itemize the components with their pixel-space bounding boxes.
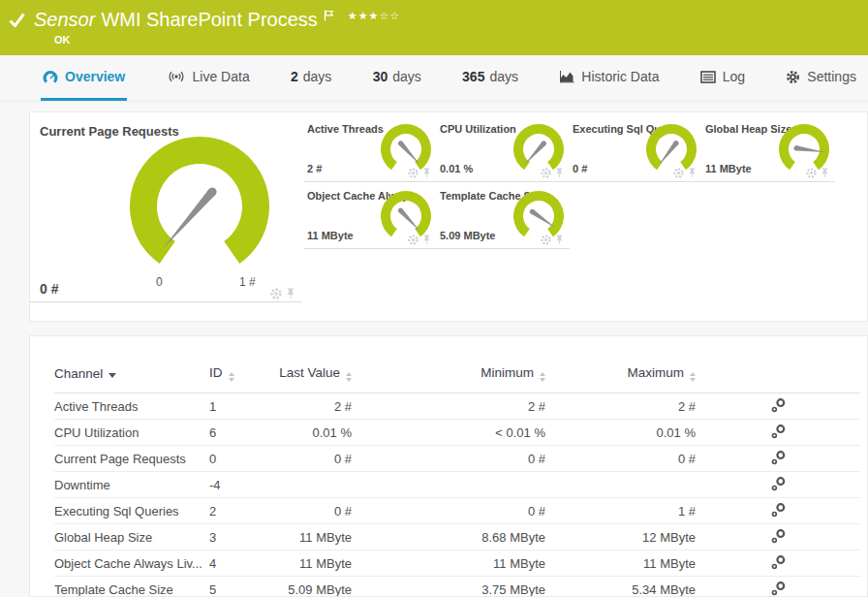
last-value-cell: 0.01 % [269, 420, 352, 446]
last-value-cell: 11 MByte [269, 524, 352, 550]
column-header-settings [696, 361, 860, 393]
pin-icon[interactable] [285, 288, 296, 299]
broadcast-icon [167, 70, 186, 83]
gauge-settings-gear-icon[interactable] [541, 235, 551, 245]
column-header-minimum[interactable]: Minimum [352, 361, 545, 393]
gauge-cpu-utilization: CPU Utilization 0.01 % [437, 115, 570, 182]
gauge-needle [522, 140, 547, 167]
channel-settings-wrench-icon[interactable] [771, 397, 786, 413]
column-header-channel[interactable]: Channel [54, 361, 209, 393]
tab-365-days[interactable]: 365 days [460, 55, 520, 101]
minimum-cell: 11 MByte [352, 550, 545, 577]
gauge-settings-gear-icon[interactable] [408, 235, 418, 245]
channel-name-cell[interactable]: Executing Sql Queries [54, 498, 209, 524]
status-badge: OK [54, 34, 858, 46]
column-header-id[interactable]: ID [209, 361, 269, 393]
gauge-settings-gear-icon[interactable] [673, 168, 684, 178]
minimum-cell: 8.68 MByte [352, 524, 545, 550]
sort-desc-icon [108, 373, 116, 378]
gauge-needle [397, 206, 422, 233]
channel-settings-wrench-icon[interactable] [771, 581, 786, 596]
log-list-icon [700, 71, 716, 83]
gauge-executing-sql-queries: Executing Sql Queries 0 # [570, 115, 702, 182]
tab-2-days[interactable]: 2 days [289, 55, 333, 101]
channel-id-cell: 1 [209, 393, 269, 420]
gauge-value: 0 # [40, 281, 58, 297]
channel-id-cell: -4 [209, 472, 269, 498]
channel-name-cell[interactable]: Global Heap Size [54, 524, 209, 550]
tab-log[interactable]: Log [698, 55, 747, 101]
table-row[interactable]: Active Threads 1 2 # 2 # 2 # [54, 393, 860, 420]
channel-id-cell: 4 [209, 550, 269, 577]
maximum-cell [545, 472, 696, 498]
last-value-cell: 0 # [269, 498, 352, 524]
gauge-settings-gear-icon[interactable] [270, 288, 282, 299]
channel-settings-wrench-icon[interactable] [771, 554, 786, 570]
channel-table-panel: Channel ID Last Value Minimum Maximum Ac… [29, 335, 868, 597]
channel-settings-wrench-icon[interactable] [771, 476, 786, 491]
mini-gauge-grid: Active Threads 2 # CPU Utilization 0.01 … [304, 112, 867, 321]
maximum-cell: 0.01 % [545, 420, 696, 446]
channel-name-cell[interactable]: Object Cache Always Liv... [54, 550, 209, 577]
maximum-cell: 2 # [545, 393, 696, 420]
pin-icon[interactable] [687, 168, 698, 178]
tab-bar: Overview Live Data 2 days 30 days 365 da… [0, 55, 868, 102]
table-row[interactable]: Executing Sql Queries 2 0 # 0 # 1 # [54, 498, 860, 524]
channel-name-cell[interactable]: Downtime [54, 472, 209, 498]
table-row[interactable]: Global Heap Size 3 11 MByte 8.68 MByte 1… [54, 524, 860, 550]
gauge-object-cache-always-live: Object Cache Always L... 11 MByte [304, 182, 437, 249]
table-row[interactable]: Downtime -4 [54, 472, 860, 498]
tab-overview[interactable]: Overview [41, 55, 127, 101]
gauge-settings-gear-icon[interactable] [541, 168, 551, 178]
channel-name-cell[interactable]: CPU Utilization [54, 420, 209, 446]
tab-historic-data[interactable]: Historic Data [557, 55, 661, 101]
flag-icon [324, 10, 334, 21]
table-row[interactable]: Object Cache Always Liv... 4 11 MByte 11… [54, 550, 860, 577]
tab-30-days[interactable]: 30 days [371, 55, 423, 101]
channel-name-cell[interactable]: Active Threads [54, 393, 209, 420]
tab-live-data[interactable]: Live Data [165, 55, 252, 101]
main-gauge-dial [122, 129, 277, 279]
pin-icon[interactable] [421, 235, 432, 245]
pin-icon[interactable] [421, 168, 432, 178]
gauge-settings-gear-icon[interactable] [806, 168, 817, 178]
gauge-scale-min: 0 [156, 275, 163, 289]
gauge-active-threads: Active Threads 2 # [304, 115, 437, 182]
maximum-cell: 12 MByte [545, 524, 696, 550]
minimum-cell: < 0.01 % [352, 420, 545, 446]
gauge-template-cache-size: Template Cache Size 5.09 MByte [437, 182, 570, 249]
sensor-name: WMI SharePoint Process [101, 9, 317, 30]
table-header-row: Channel ID Last Value Minimum Maximum [54, 361, 860, 393]
channel-name-cell[interactable]: Template Cache Size [54, 577, 209, 597]
maximum-cell: 5.34 MByte [545, 577, 696, 597]
channel-id-cell: 2 [209, 498, 269, 524]
table-row[interactable]: Template Cache Size 5 5.09 MByte 3.75 MB… [54, 577, 860, 597]
last-value-cell: 2 # [269, 393, 352, 420]
channel-settings-wrench-icon[interactable] [771, 450, 786, 465]
pin-icon[interactable] [820, 168, 830, 178]
minimum-cell [352, 472, 545, 498]
sort-both-icon [346, 372, 352, 382]
table-row[interactable]: Current Page Requests 0 0 # 0 # 0 # [54, 446, 860, 472]
tab-settings[interactable]: Settings [784, 55, 858, 101]
gauges-panel: Current Page Requests 0 1 # 0 # Active T… [29, 111, 868, 322]
pin-icon[interactable] [554, 235, 565, 245]
channel-settings-wrench-icon[interactable] [771, 424, 786, 439]
column-header-maximum[interactable]: Maximum [545, 361, 696, 393]
channel-table: Channel ID Last Value Minimum Maximum Ac… [54, 361, 860, 597]
page-title: SensorWMI SharePoint Process [34, 9, 318, 31]
channel-id-cell: 5 [209, 577, 269, 597]
sort-both-icon [540, 372, 545, 382]
table-row[interactable]: CPU Utilization 6 0.01 % < 0.01 % 0.01 % [54, 420, 860, 446]
column-header-last-value[interactable]: Last Value [269, 361, 352, 393]
status-ok-check-icon [9, 13, 25, 27]
minimum-cell: 2 # [352, 393, 545, 420]
channel-name-cell[interactable]: Current Page Requests [54, 446, 209, 472]
channel-settings-wrench-icon[interactable] [771, 528, 786, 544]
pin-icon[interactable] [554, 168, 565, 178]
sort-both-icon [229, 372, 234, 382]
gauge-settings-gear-icon[interactable] [408, 168, 418, 178]
channel-settings-wrench-icon[interactable] [771, 502, 786, 518]
maximum-cell: 11 MByte [545, 550, 696, 577]
priority-stars[interactable]: ★★★☆☆ [348, 10, 400, 22]
